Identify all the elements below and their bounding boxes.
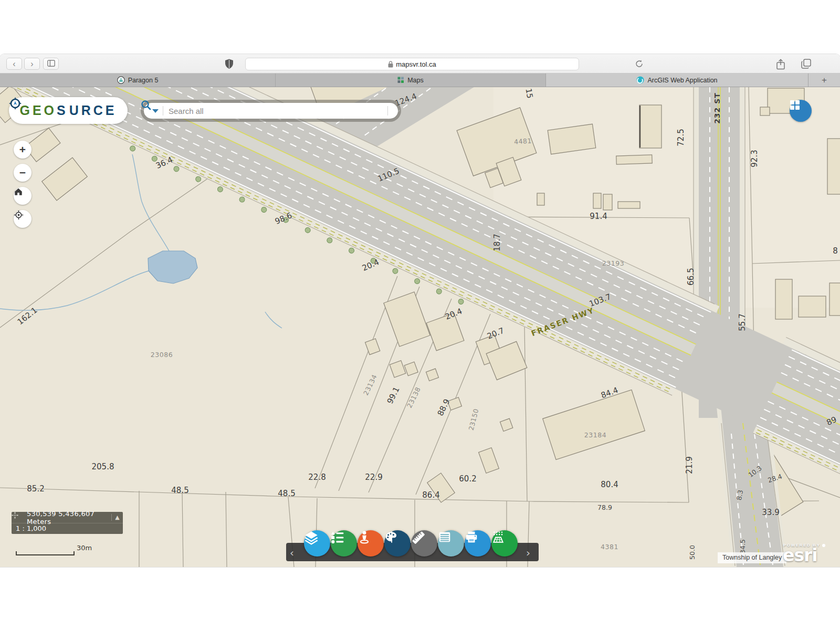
map-label: 72.5: [676, 129, 686, 146]
tool-layers-button[interactable]: [304, 530, 330, 556]
tab-maps[interactable]: Maps: [276, 74, 546, 87]
esri-logo: esri: [783, 545, 817, 565]
map-labels-layer: 124.415448172.5232 ST92.336.4110.598.691…: [0, 87, 840, 567]
zoom-out-button[interactable]: −: [14, 164, 32, 182]
screenshot-stage: ‹ › mapsvr.tol.ca: [0, 0, 840, 630]
reload-button[interactable]: [635, 60, 643, 70]
tool-legend-button[interactable]: [331, 530, 357, 556]
toolbar-prev-button[interactable]: ‹: [290, 547, 294, 559]
home-icon: [14, 187, 23, 196]
maps-tab-icon: [397, 77, 404, 83]
tab-label: Paragon 5: [128, 77, 159, 84]
search-input[interactable]: [163, 107, 387, 116]
chevron-up-icon[interactable]: ▲: [111, 514, 123, 521]
map-label: 91.4: [590, 212, 607, 221]
url-bar[interactable]: mapsvr.tol.ca: [245, 58, 579, 70]
map-label: 99.1: [385, 385, 402, 405]
back-button[interactable]: ‹: [6, 58, 22, 70]
map-label: 8: [833, 246, 838, 256]
tab-label: ArcGIS Web Application: [647, 77, 717, 84]
tool-measure-button[interactable]: [411, 530, 437, 556]
map-label: 34.5: [739, 539, 747, 554]
sidebar-icon: [47, 60, 55, 67]
lock-icon: [388, 61, 393, 68]
grid-icon: [790, 100, 800, 110]
logo-text-geo: GEO: [19, 103, 57, 118]
map-label: 80.4: [601, 480, 618, 489]
toolbar-next-button[interactable]: ›: [526, 547, 530, 559]
map-label: 21.9: [685, 456, 694, 474]
map-label: 78.9: [597, 503, 612, 511]
map-label: 92.3: [750, 150, 759, 167]
map-label: 205.8: [92, 462, 114, 471]
search-bar: [141, 100, 401, 122]
privacy-shield-icon[interactable]: [225, 59, 234, 71]
esri-dot: [822, 544, 825, 547]
map-label: 20.7: [486, 326, 506, 341]
map-label: 48.5: [278, 489, 295, 498]
geosource-logo: GEOSURCE: [9, 97, 128, 124]
map-label: 20.4: [361, 257, 381, 273]
new-tab-button[interactable]: +: [808, 74, 840, 87]
logo-text-urce: URCE: [69, 103, 117, 118]
map-label: 10.3: [747, 464, 763, 479]
map-label: 22.8: [308, 472, 326, 482]
browser-toolbar: ‹ › mapsvr.tol.ca: [0, 54, 840, 74]
search-dropdown-arrow-icon[interactable]: [152, 109, 159, 113]
tab-arcgis[interactable]: ArcGIS Web Application: [546, 74, 808, 87]
apps-grid-button[interactable]: [790, 100, 812, 122]
tool-attribute-table-button[interactable]: [438, 530, 464, 556]
arcgis-tab-icon: [636, 76, 644, 84]
map-label: 20.4: [444, 306, 464, 321]
map-label: 22.9: [365, 472, 382, 482]
coordinates-readout: 530,539 5,436,607 Meters: [23, 510, 111, 526]
map-label: 98.6: [274, 211, 293, 226]
map-label: 85.2: [27, 484, 44, 494]
forward-button[interactable]: ›: [24, 58, 40, 70]
tool-draw-button[interactable]: [384, 530, 411, 556]
browser-window: ‹ › mapsvr.tol.ca: [0, 54, 840, 567]
logo-text-s: S: [57, 103, 68, 118]
map-label: 8.3: [735, 489, 744, 501]
map-label: 89: [825, 415, 838, 427]
url-text: mapsvr.tol.ca: [396, 60, 436, 68]
tool-street-view-button[interactable]: [358, 530, 384, 556]
map-label: 36.4: [154, 155, 174, 171]
map-label: 23134: [362, 373, 379, 397]
basemap-icon: [491, 530, 505, 544]
map-label: 23138: [405, 386, 422, 410]
tool-basemap-button[interactable]: [491, 530, 518, 556]
layers-icon: [304, 530, 319, 545]
locate-button[interactable]: [14, 210, 32, 228]
tab-overview-button[interactable]: [801, 59, 811, 71]
map-label: 18.7: [492, 234, 502, 251]
tab-label: Maps: [407, 77, 424, 84]
locate-icon: [14, 210, 24, 220]
map-label: 4481: [514, 136, 532, 145]
attribution: Township of Langley: [718, 552, 786, 563]
map-label: 232 ST: [713, 92, 721, 124]
tool-print-button[interactable]: [465, 530, 491, 556]
map-label: 23193: [602, 259, 624, 267]
scalebar: [16, 551, 75, 555]
tab-bar: Paragon 5 Maps ArcGIS Web Application +: [0, 74, 840, 87]
map-label: 23184: [584, 431, 606, 439]
map-label: 23086: [151, 351, 173, 359]
sidebar-toggle-button[interactable]: [43, 58, 59, 70]
map-label: 88.9: [436, 397, 452, 417]
map-label: 162.1: [16, 306, 39, 327]
map-label: 23150: [467, 408, 480, 432]
map-canvas[interactable]: 124.415448172.5232 ST92.336.4110.598.691…: [0, 87, 840, 567]
table-icon: [438, 530, 452, 544]
draw-icon: [384, 530, 398, 544]
map-label: 50.0: [688, 545, 696, 560]
legend-icon: [331, 530, 344, 544]
print-icon: [465, 530, 478, 544]
search-divider: [387, 106, 388, 116]
tab-paragon[interactable]: Paragon 5: [0, 74, 276, 87]
share-button[interactable]: [776, 59, 785, 72]
scalebar-label: 30m: [77, 544, 92, 552]
home-button[interactable]: [14, 187, 32, 205]
map-label: 33.9: [762, 508, 779, 517]
zoom-in-button[interactable]: +: [14, 141, 32, 159]
